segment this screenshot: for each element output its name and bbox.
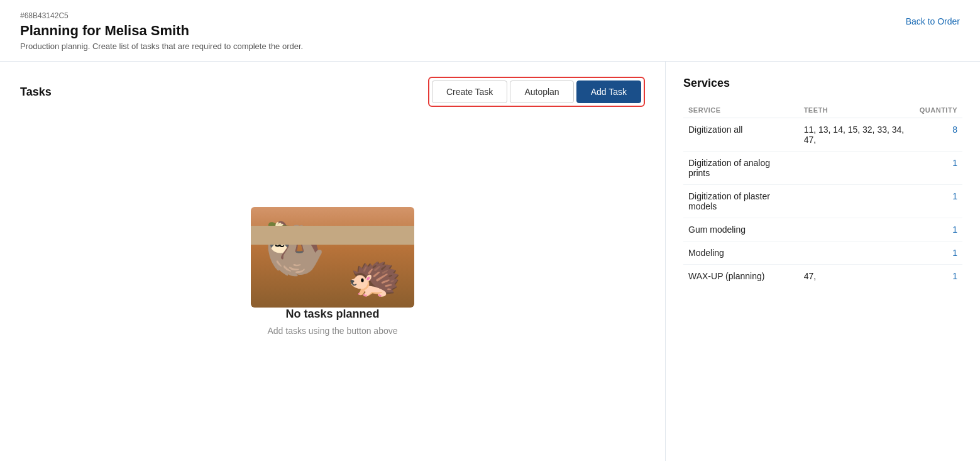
tasks-header: Tasks Create Task Autoplan Add Task: [20, 77, 645, 107]
page-title: Planning for Melisa Smith: [20, 23, 303, 39]
col-quantity: QUANTITY: [915, 103, 962, 118]
table-row: Digitization of plaster models1: [683, 185, 962, 218]
col-teeth: TEETH: [799, 103, 915, 118]
service-quantity: 1: [915, 242, 962, 265]
back-to-order-link[interactable]: Back to Order: [906, 16, 960, 26]
services-table-head: SERVICE TEETH QUANTITY: [683, 103, 962, 118]
services-table: SERVICE TEETH QUANTITY Digitization all1…: [683, 103, 962, 287]
service-teeth: [799, 152, 915, 185]
header: #68B43142C5 Planning for Melisa Smith Pr…: [0, 0, 980, 62]
table-row: WAX-UP (planning)47,1: [683, 265, 962, 288]
empty-title: No tasks planned: [285, 308, 379, 321]
service-name: Digitization all: [683, 118, 799, 152]
empty-subtitle: Add tasks using the button above: [267, 326, 397, 336]
service-quantity: 1: [915, 265, 962, 288]
service-teeth: [799, 242, 915, 265]
services-title: Services: [683, 77, 962, 90]
service-name: WAX-UP (planning): [683, 265, 799, 288]
order-id: #68B43142C5: [20, 11, 303, 20]
table-row: Digitization all11, 13, 14, 15, 32, 33, …: [683, 118, 962, 152]
create-task-button[interactable]: Create Task: [432, 81, 507, 103]
header-left: #68B43142C5 Planning for Melisa Smith Pr…: [20, 11, 303, 51]
action-buttons-group: Create Task Autoplan Add Task: [428, 77, 645, 107]
service-name: Digitization of plaster models: [683, 185, 799, 218]
service-name: Modeling: [683, 242, 799, 265]
col-service: SERVICE: [683, 103, 799, 118]
service-quantity: 1: [915, 185, 962, 218]
table-row: Digitization of analog prints1: [683, 152, 962, 185]
service-quantity: 1: [915, 152, 962, 185]
empty-illustration: [251, 207, 414, 308]
shelf-decoration: [251, 226, 414, 245]
service-quantity: 1: [915, 218, 962, 242]
service-teeth: [799, 185, 915, 218]
left-panel: Tasks Create Task Autoplan Add Task No t…: [0, 62, 666, 461]
autoplan-button[interactable]: Autoplan: [510, 81, 573, 103]
service-teeth: 11, 13, 14, 15, 32, 33, 34, 47,: [799, 118, 915, 152]
empty-state: No tasks planned Add tasks using the but…: [20, 122, 645, 446]
tasks-section-label: Tasks: [20, 86, 52, 99]
add-task-button[interactable]: Add Task: [576, 81, 641, 103]
service-name: Digitization of analog prints: [683, 152, 799, 185]
service-name: Gum modeling: [683, 218, 799, 242]
table-row: Gum modeling1: [683, 218, 962, 242]
services-table-body: Digitization all11, 13, 14, 15, 32, 33, …: [683, 118, 962, 288]
services-table-header-row: SERVICE TEETH QUANTITY: [683, 103, 962, 118]
page-subtitle: Production plannig. Create list of tasks…: [20, 42, 303, 51]
right-panel: Services SERVICE TEETH QUANTITY Digitiza…: [666, 62, 980, 461]
service-quantity: 8: [915, 118, 962, 152]
main-content: Tasks Create Task Autoplan Add Task No t…: [0, 62, 980, 461]
service-teeth: 47,: [799, 265, 915, 288]
service-teeth: [799, 218, 915, 242]
table-row: Modeling1: [683, 242, 962, 265]
